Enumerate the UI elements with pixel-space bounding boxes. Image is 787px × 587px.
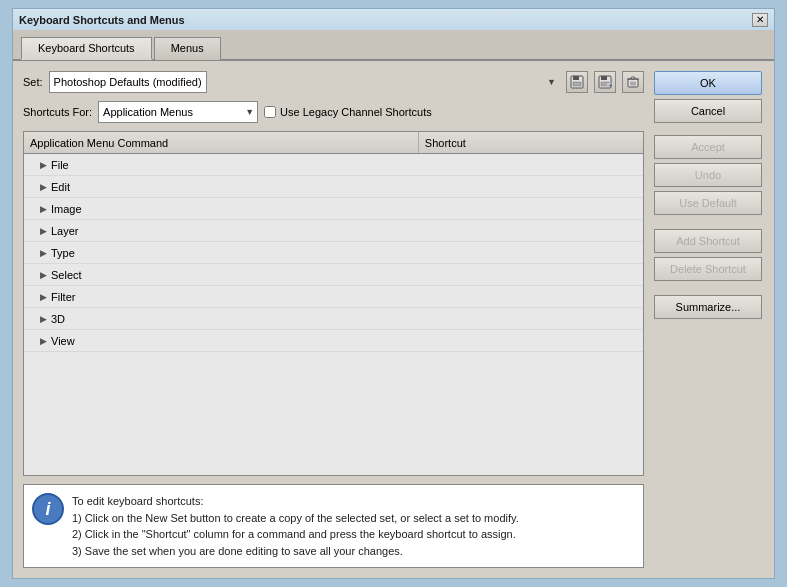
table-row-command: ▶3D [24,313,423,325]
svg-rect-1 [573,76,579,80]
table-row[interactable]: ▶Filter [24,286,643,308]
table-row-command: ▶Layer [24,225,423,237]
new-set-button[interactable]: + [594,71,616,93]
shortcuts-for-label: Shortcuts For: [23,106,92,118]
col-shortcut: Shortcut [419,132,643,153]
set-label: Set: [23,76,43,88]
undo-button[interactable]: Undo [654,163,762,187]
table-row-command: ▶View [24,335,423,347]
shortcuts-for-select[interactable]: Application Menus Panel Menus Tools [98,101,258,123]
expand-arrow: ▶ [40,226,47,236]
info-line: 1) Click on the New Set button to create… [72,510,519,527]
ok-cancel-group: OK Cancel [654,71,764,123]
right-panel: OK Cancel Accept Undo Use Default Add Sh… [654,71,764,568]
expand-arrow: ▶ [40,182,47,192]
delete-shortcut-button[interactable]: Delete Shortcut [654,257,762,281]
svg-rect-4 [601,76,607,80]
table-row-command: ▶Filter [24,291,423,303]
expand-arrow: ▶ [40,160,47,170]
cancel-button[interactable]: Cancel [654,99,762,123]
table-row[interactable]: ▶Layer [24,220,643,242]
expand-arrow: ▶ [40,204,47,214]
table-row[interactable]: ▶Edit [24,176,643,198]
expand-arrow: ▶ [40,270,47,280]
shortcuts-for-select-wrapper: Application Menus Panel Menus Tools [98,101,258,123]
tab-bar: Keyboard Shortcuts Menus [13,30,774,61]
expand-arrow: ▶ [40,314,47,324]
svg-rect-2 [573,82,581,86]
shortcuts-table: Application Menu Command Shortcut ▶File▶… [23,131,644,476]
svg-rect-10 [631,77,635,79]
info-text: To edit keyboard shortcuts:1) Click on t… [72,493,519,559]
svg-text:+: + [609,82,612,88]
expand-arrow: ▶ [40,248,47,258]
delete-set-button[interactable] [622,71,644,93]
legacy-checkbox[interactable] [264,106,276,118]
close-icon[interactable]: ✕ [752,13,768,27]
summarize-button[interactable]: Summarize... [654,295,762,319]
table-body[interactable]: ▶File▶Edit▶Image▶Layer▶Type▶Select▶Filte… [24,154,643,475]
table-row[interactable]: ▶3D [24,308,643,330]
table-header: Application Menu Command Shortcut [24,132,643,154]
divider [654,219,764,225]
table-row[interactable]: ▶View [24,330,643,352]
use-default-button[interactable]: Use Default [654,191,762,215]
info-line: To edit keyboard shortcuts: [72,493,519,510]
tab-keyboard-shortcuts[interactable]: Keyboard Shortcuts [21,37,152,60]
shortcuts-for-row: Shortcuts For: Application Menus Panel M… [23,101,644,123]
table-row-command: ▶Image [24,203,423,215]
dialog: Keyboard Shortcuts Menus Set: Photoshop … [12,30,775,579]
set-select[interactable]: Photoshop Defaults (modified) [49,71,207,93]
save-set-button[interactable] [566,71,588,93]
table-row-command: ▶File [24,159,423,171]
content-area: Set: Photoshop Defaults (modified) [13,61,774,578]
table-row-command: ▶Type [24,247,423,259]
col-command: Application Menu Command [24,132,419,153]
title-bar-text: Keyboard Shortcuts and Menus [19,14,185,26]
expand-arrow: ▶ [40,336,47,346]
table-row[interactable]: ▶Image [24,198,643,220]
add-shortcut-button[interactable]: Add Shortcut [654,229,762,253]
divider2 [654,285,764,291]
ok-button[interactable]: OK [654,71,762,95]
table-row[interactable]: ▶File [24,154,643,176]
table-row-command: ▶Select [24,269,423,281]
table-row[interactable]: ▶Type [24,242,643,264]
tab-menus[interactable]: Menus [154,37,221,60]
legacy-checkbox-label[interactable]: Use Legacy Channel Shortcuts [264,106,432,118]
info-line: 2) Click in the "Shortcut" column for a … [72,526,519,543]
set-row: Set: Photoshop Defaults (modified) [23,71,644,93]
accept-button[interactable]: Accept [654,135,762,159]
table-row[interactable]: ▶Select [24,264,643,286]
info-icon: i [32,493,64,525]
title-bar: Keyboard Shortcuts and Menus ✕ [12,8,775,30]
set-select-wrapper: Photoshop Defaults (modified) [49,71,560,93]
info-box: i To edit keyboard shortcuts:1) Click on… [23,484,644,568]
info-line: 3) Save the set when you are done editin… [72,543,519,560]
left-panel: Set: Photoshop Defaults (modified) [23,71,644,568]
expand-arrow: ▶ [40,292,47,302]
table-row-command: ▶Edit [24,181,423,193]
